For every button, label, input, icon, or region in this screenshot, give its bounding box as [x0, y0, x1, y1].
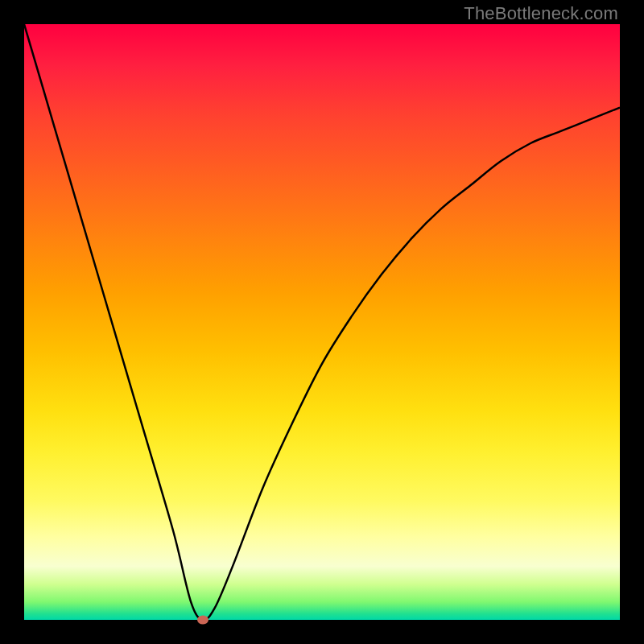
optimum-marker — [197, 616, 208, 625]
chart-frame: TheBottleneck.com — [0, 0, 644, 644]
plot-area — [24, 24, 620, 620]
curve-svg — [24, 24, 620, 620]
bottleneck-curve — [24, 24, 620, 620]
watermark-text: TheBottleneck.com — [464, 3, 618, 24]
